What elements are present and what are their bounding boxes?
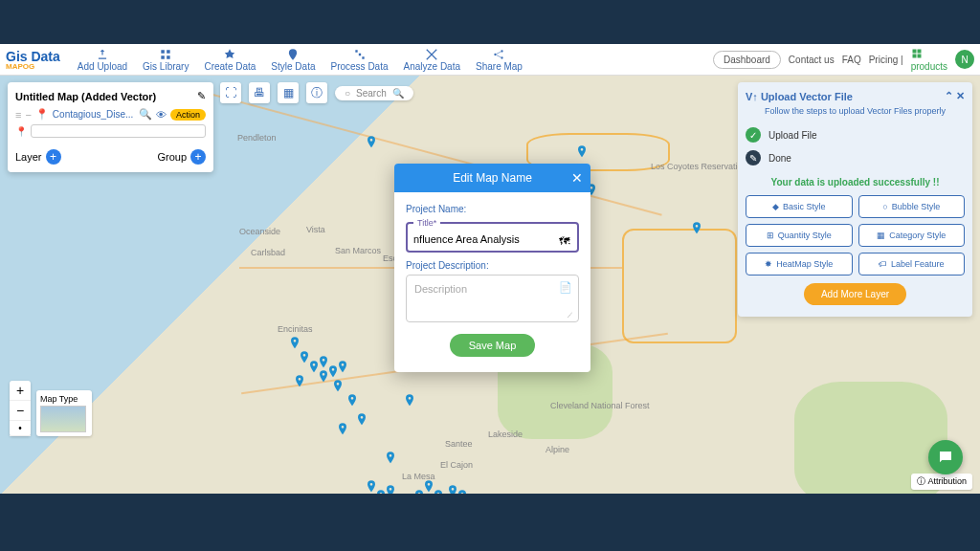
layers-panel: Untitled Map (Added Vector) ✎ ≡ − 📍 Cont… [8, 82, 213, 172]
visibility-icon[interactable]: 👁 [156, 109, 167, 121]
svg-point-1 [501, 50, 503, 52]
map-marker[interactable] [364, 133, 379, 152]
collapse-icon[interactable]: ⌃ [945, 90, 953, 101]
modal-title: Edit Map Name [453, 171, 532, 185]
step-done: ✎ Done [746, 146, 965, 169]
map-marker[interactable] [354, 410, 369, 430]
bubble-style-button[interactable]: ○ Bubble Style [858, 195, 966, 218]
add-layer-button[interactable]: + [46, 149, 61, 165]
search-go-icon[interactable]: 🔍 [392, 88, 404, 99]
resize-handle-icon[interactable]: ⟋ [566, 310, 574, 320]
city-label: Lakeside [488, 430, 523, 439]
map-marker[interactable] [392, 492, 408, 494]
drag-handle-icon[interactable]: ≡ [15, 109, 21, 121]
layer-name[interactable]: Contagious_Dise... [53, 109, 135, 120]
upload-vector-panel: V↑ Upload Vector File ⌃ ✕ Follow the ste… [738, 82, 972, 317]
edit-title-icon[interactable]: ✎ [197, 90, 206, 102]
map-title: Untitled Map (Added Vector) [15, 91, 156, 102]
rp-title: Upload Vector File [761, 91, 853, 102]
zoom-reset-button[interactable]: • [10, 421, 31, 436]
map-marker[interactable] [574, 143, 590, 162]
step-upload-file: ✓ Upload File [746, 123, 965, 146]
top-toolbar: Gis Data MAPOG Add Upload Gis Library Cr… [0, 44, 980, 76]
print-icon[interactable]: 🖶 [249, 82, 270, 103]
map-marker[interactable] [455, 487, 470, 494]
pricing-link[interactable]: Pricing | [869, 55, 903, 65]
tb-process-data[interactable]: Process Data [331, 48, 389, 72]
search-box[interactable]: ○ Search 🔍 [335, 86, 413, 100]
attribution[interactable]: ⓘ Attribution [911, 474, 972, 490]
tb-add-upload[interactable]: Add Upload [78, 48, 127, 72]
city-label: Oceanside [239, 227, 280, 236]
quantity-style-button[interactable]: ⊞ Quantity Style [746, 224, 853, 247]
info-icon[interactable]: ⓘ [306, 82, 327, 103]
tb-style-data[interactable]: Style Data [271, 48, 315, 72]
check-icon: ✓ [746, 127, 761, 143]
contact-link[interactable]: Contact us [789, 55, 835, 65]
heatmap-style-button[interactable]: ✸ HeatMap Style [746, 253, 853, 276]
city-label: Santee [445, 439, 473, 449]
user-avatar[interactable]: N [955, 50, 974, 69]
group-label: Group [157, 151, 187, 163]
description-input[interactable]: Description 📄 ⟋ [406, 275, 579, 322]
basic-style-button[interactable]: ◆ Basic Style [746, 195, 853, 218]
save-map-button[interactable]: Save Map [450, 334, 536, 357]
map-marker[interactable] [330, 377, 345, 396]
measure-icon[interactable]: ▦ [278, 82, 299, 103]
add-more-layer-button[interactable]: Add More Layer [804, 283, 906, 305]
pencil-icon: ✎ [746, 150, 761, 165]
city-label: Encinitas [278, 324, 313, 334]
add-group-button[interactable]: + [190, 149, 206, 165]
layer-action-chip[interactable]: Action [170, 109, 206, 121]
map-marker[interactable] [431, 487, 446, 494]
map-marker[interactable] [335, 420, 350, 439]
map-marker[interactable] [345, 391, 360, 410]
map-type-control[interactable]: Map Type [36, 390, 92, 436]
city-label: Cleveland National Forest [550, 401, 650, 410]
label-feature-button[interactable]: 🏷 Label Feature [858, 253, 966, 276]
brand-logo: Gis Data MAPOG [6, 49, 60, 70]
fullscreen-icon[interactable]: ⛶ [220, 82, 241, 103]
search-icon: ○ [345, 88, 350, 99]
tb-share-map[interactable]: Share Map [476, 48, 523, 72]
map-marker[interactable] [316, 353, 331, 372]
chat-fab[interactable] [928, 440, 963, 474]
map-marker[interactable] [689, 219, 704, 238]
city-label: San Marcos [335, 246, 381, 255]
city-label: Los Coyotes Reservation [651, 162, 747, 171]
city-label: Carlsbad [251, 248, 285, 257]
tb-analyze-data[interactable]: Analyze Data [404, 48, 460, 72]
rp-subtitle: Follow the steps to upload Vector Files … [746, 106, 965, 116]
svg-point-2 [501, 56, 503, 58]
tb-gis-library[interactable]: Gis Library [143, 48, 189, 72]
map-marker[interactable] [292, 372, 307, 391]
svg-point-0 [495, 53, 497, 55]
close-icon[interactable]: ✕ [571, 170, 583, 186]
desc-label: Project Description: [406, 260, 579, 271]
faq-link[interactable]: FAQ [842, 55, 861, 65]
title-input[interactable] [413, 233, 547, 245]
category-style-button[interactable]: ▦ Category Style [858, 224, 966, 247]
zoom-in-button[interactable]: + [10, 381, 31, 401]
city-label: Pendleton [237, 133, 277, 143]
map-icon: 🗺 [559, 235, 569, 247]
products-link[interactable]: products [911, 48, 947, 72]
map-marker[interactable] [335, 358, 350, 377]
city-label: El Cajon [440, 460, 473, 470]
layer-label: Layer [15, 151, 42, 163]
map-marker[interactable] [383, 449, 398, 468]
zoom-layer-icon[interactable]: 🔍 [139, 108, 152, 121]
edit-map-name-modal: Edit Map Name ✕ Project Name: Title* 🗺 P… [394, 164, 590, 372]
remove-icon[interactable]: − [25, 109, 31, 121]
layer-filter-input[interactable] [31, 124, 206, 138]
pin-icon: 📍 [35, 108, 49, 121]
success-message: Your data is uploaded successfully !! [746, 177, 965, 187]
city-label: Vista [306, 225, 325, 234]
map-marker[interactable] [402, 391, 417, 410]
pin-icon: 📍 [15, 126, 27, 137]
dashboard-button[interactable]: Dashboard [713, 51, 781, 69]
zoom-out-button[interactable]: − [10, 401, 31, 421]
close-panel-icon[interactable]: ✕ [956, 90, 965, 101]
project-name-label: Project Name: [406, 204, 579, 214]
tb-create-data[interactable]: Create Data [204, 48, 256, 72]
